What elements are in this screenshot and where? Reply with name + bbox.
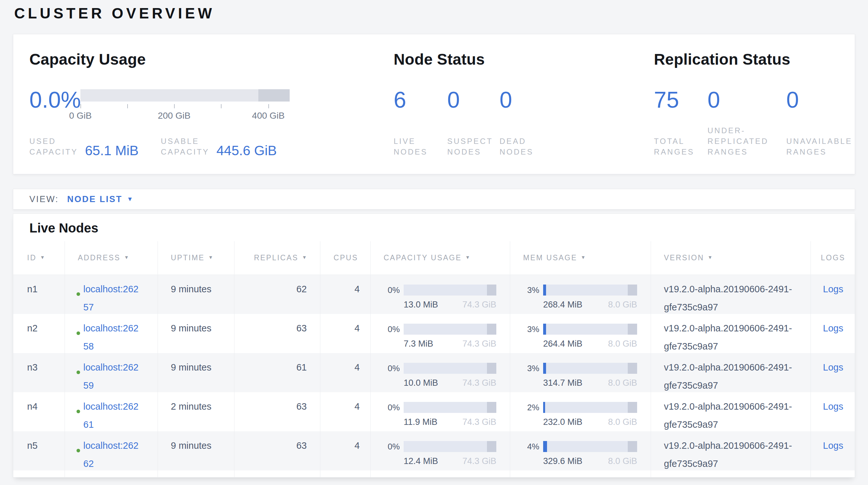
logs-link[interactable]: Logs bbox=[823, 362, 843, 372]
axis-tick-mark bbox=[174, 104, 175, 108]
node-id-cell: n1 bbox=[13, 275, 65, 316]
node-live-status-icon bbox=[76, 410, 80, 413]
table-row-partial bbox=[13, 470, 855, 478]
node-capacity-usage-cell: 0% 13.0 MiB 74.3 GiB bbox=[370, 275, 510, 316]
node-logs-cell: Logs bbox=[810, 392, 855, 434]
node-replicas-cell: 62 bbox=[234, 275, 320, 316]
mem-bar-fill bbox=[543, 324, 546, 335]
capacity-usage-bar: 0 GiB200 GiB400 GiB bbox=[81, 89, 290, 121]
table-row: n4 localhost:26261 2 minutes 63 4 0% 11.… bbox=[13, 392, 855, 431]
total-ranges-label: TOTAL RANGES bbox=[654, 136, 708, 157]
node-cpus-cell: 4 bbox=[320, 353, 370, 395]
node-live-status-icon bbox=[76, 332, 80, 335]
sort-arrow-icon: ▼ bbox=[302, 254, 308, 260]
node-address-link[interactable]: localhost:26261 bbox=[83, 397, 141, 434]
mem-bar-fill bbox=[543, 285, 546, 295]
used-capacity-label: USED CAPACITY bbox=[29, 136, 78, 157]
capacity-usage-bar bbox=[404, 363, 496, 374]
logs-link[interactable]: Logs bbox=[823, 401, 843, 411]
mem-usage-bar bbox=[543, 324, 637, 335]
logs-link[interactable]: Logs bbox=[823, 440, 843, 451]
node-address-cell: localhost:26261 bbox=[65, 392, 158, 434]
column-header-version[interactable]: VERSION ▼ bbox=[651, 241, 810, 275]
node-cpus-cell: 4 bbox=[320, 431, 370, 473]
replication-status-title: Replication Status bbox=[654, 51, 854, 68]
column-header-capacity-usage[interactable]: CAPACITY USAGE ▼ bbox=[370, 241, 510, 275]
unavailable-ranges-count: 0 bbox=[786, 88, 799, 112]
logs-link[interactable]: Logs bbox=[823, 284, 843, 294]
node-uptime-cell: 2 minutes bbox=[158, 392, 234, 434]
node-version-cell: v19.2.0-alpha.20190606-2491-gfe735c9a97 bbox=[651, 353, 810, 395]
chevron-down-icon: ▼ bbox=[127, 196, 133, 203]
table-body: n1 localhost:26257 9 minutes 62 4 0% 13.… bbox=[13, 275, 855, 478]
node-capacity-usage-cell: 0% 7.3 MiB 74.3 GiB bbox=[370, 314, 510, 355]
mem-usage-bar bbox=[543, 285, 637, 295]
view-dropdown[interactable]: NODE LIST ▼ bbox=[67, 194, 133, 204]
suspect-nodes-count: 0 bbox=[447, 88, 500, 112]
axis-tick-label: 0 GiB bbox=[69, 111, 92, 121]
live-nodes-count: 6 bbox=[394, 88, 447, 112]
capacity-axis-labels: 0 GiB200 GiB400 GiB bbox=[81, 111, 290, 121]
mem-bar-fill bbox=[543, 363, 546, 374]
capacity-bar-reserved-segment bbox=[487, 363, 496, 374]
live-nodes-title: Live Nodes bbox=[13, 214, 855, 235]
column-header-replicas[interactable]: REPLICAS ▼ bbox=[234, 241, 320, 275]
axis-tick-mark bbox=[81, 104, 81, 108]
logs-link[interactable]: Logs bbox=[823, 323, 843, 333]
live-nodes-label: LIVE NODES bbox=[394, 136, 447, 157]
node-address-link[interactable]: localhost:26262 bbox=[83, 436, 141, 473]
axis-tick-label: 200 GiB bbox=[158, 111, 190, 121]
capacity-bar-reserved-segment bbox=[487, 402, 496, 413]
mem-usage-bar bbox=[543, 363, 637, 374]
used-capacity-value: 65.1 MiB bbox=[85, 144, 138, 157]
column-header-cpus: CPUS bbox=[320, 241, 370, 275]
capacity-usage-title: Capacity Usage bbox=[29, 51, 372, 68]
node-address-cell: localhost:26259 bbox=[65, 353, 158, 395]
node-mem-usage-cell: 4% 329.6 MiB 8.0 GiB bbox=[510, 431, 651, 473]
mem-bar-reserved-segment bbox=[628, 285, 637, 295]
node-version-cell: v19.2.0-alpha.20190606-2491-gfe735c9a97 bbox=[651, 431, 810, 473]
node-replicas-cell: 61 bbox=[234, 353, 320, 395]
capacity-used-percent: 0.0% bbox=[29, 88, 81, 112]
page-title: CLUSTER OVERVIEW bbox=[14, 4, 215, 22]
mem-bar-reserved-segment bbox=[628, 363, 637, 374]
table-row: n3 localhost:26259 9 minutes 61 4 0% 10.… bbox=[13, 353, 855, 392]
table-row: n2 localhost:26258 9 minutes 63 4 0% 7.3… bbox=[13, 314, 855, 353]
mem-usage-bar bbox=[543, 402, 637, 413]
node-replicas-cell: 63 bbox=[234, 431, 320, 473]
table-header-row: ID ▼ ADDRESS ▼ UPTIME ▼ REPLICAS ▼ CPUS … bbox=[13, 241, 855, 275]
node-id-cell: n4 bbox=[13, 392, 65, 434]
total-ranges-count: 75 bbox=[654, 88, 708, 112]
column-header-uptime[interactable]: UPTIME ▼ bbox=[158, 241, 234, 275]
node-status-title: Node Status bbox=[394, 51, 639, 68]
column-header-id[interactable]: ID ▼ bbox=[13, 241, 65, 275]
axis-tick-mark bbox=[127, 104, 128, 108]
under-replicated-ranges-label: UNDER- REPLICATED RANGES bbox=[708, 125, 786, 157]
node-cpus-cell: 4 bbox=[320, 314, 370, 355]
view-selector-bar: VIEW: NODE LIST ▼ bbox=[13, 189, 855, 209]
sort-arrow-icon: ▼ bbox=[40, 254, 46, 260]
node-address-link[interactable]: localhost:26257 bbox=[83, 280, 141, 316]
column-header-address[interactable]: ADDRESS ▼ bbox=[65, 241, 158, 275]
view-dropdown-value[interactable]: NODE LIST bbox=[67, 194, 122, 204]
axis-tick-label: 400 GiB bbox=[252, 111, 284, 121]
node-address-link[interactable]: localhost:26258 bbox=[83, 319, 141, 355]
capacity-usage-section: Capacity Usage 0.0% 0 GiB200 GiB400 GiB … bbox=[29, 51, 372, 157]
node-logs-cell: Logs bbox=[810, 275, 855, 316]
mem-bar-fill bbox=[543, 402, 545, 413]
node-logs-cell: Logs bbox=[810, 353, 855, 395]
node-address-link[interactable]: localhost:26259 bbox=[83, 358, 141, 395]
sort-arrow-icon: ▼ bbox=[124, 254, 130, 260]
sort-arrow-icon: ▼ bbox=[465, 254, 471, 260]
node-mem-usage-cell: 2% 232.0 MiB 8.0 GiB bbox=[510, 392, 651, 434]
dead-nodes-count: 0 bbox=[500, 88, 512, 112]
under-replicated-ranges-count: 0 bbox=[708, 88, 786, 112]
node-live-status-icon bbox=[76, 371, 80, 374]
node-replicas-cell: 63 bbox=[234, 392, 320, 434]
column-header-mem-usage[interactable]: MEM USAGE ▼ bbox=[510, 241, 651, 275]
node-cpus-cell: 4 bbox=[320, 392, 370, 434]
capacity-usage-bar bbox=[404, 402, 496, 413]
table-row: n1 localhost:26257 9 minutes 62 4 0% 13.… bbox=[13, 275, 855, 314]
axis-tick-mark bbox=[221, 104, 221, 108]
capacity-usage-bar bbox=[404, 441, 496, 452]
